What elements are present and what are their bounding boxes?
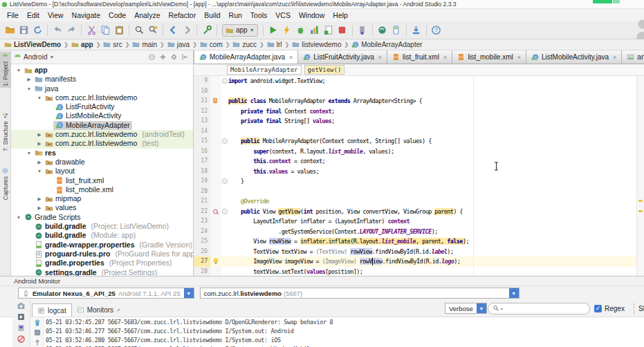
code-line[interactable]: 27 ImageView imageView = (ImageView) row… xyxy=(194,256,644,267)
code-line[interactable]: 26 TextView textView = (TextView) rowVie… xyxy=(194,247,644,257)
tree-item-list-mobile-xml[interactable]: list_mobile.xml xyxy=(11,185,193,194)
tree-item-list-fruit-xml[interactable]: list_fruit.xml xyxy=(11,176,193,185)
code-line[interactable]: 15− public MobileArrayAdapter(Context co… xyxy=(194,136,644,147)
process-dropdown[interactable]: com.zucc.lrl.listviewdemo (5667) ▼ xyxy=(200,288,519,299)
expander-open-icon[interactable]: ▼ xyxy=(15,66,22,75)
menu-tools[interactable]: Tools xyxy=(246,10,272,21)
code-line[interactable]: 21 @Override xyxy=(194,196,644,207)
code-line[interactable]: 28 textView.setText(values[position]); xyxy=(194,267,644,276)
tree-item-gradle-properties[interactable]: gradle.properties(Project Properties) xyxy=(11,259,193,268)
run-icon[interactable] xyxy=(266,24,280,37)
menu-view[interactable]: View xyxy=(44,10,68,21)
breadcrumb-item-com[interactable]: com xyxy=(199,41,224,48)
line-number[interactable]: 25 xyxy=(194,236,210,247)
menu-code[interactable]: Code xyxy=(104,10,130,21)
expander-open-icon[interactable]: ▼ xyxy=(26,149,33,158)
breadcrumb-item-listviewdemo[interactable]: listviewdemo xyxy=(291,41,342,48)
tool-strip----project[interactable]: 1: Project xyxy=(0,52,11,88)
paste-icon[interactable] xyxy=(112,24,126,37)
coverage-icon[interactable] xyxy=(322,24,335,37)
editor-tab-list-mobile-xml[interactable]: list_mobile.xml× xyxy=(452,50,526,64)
line-number[interactable]: 12 xyxy=(194,106,210,117)
tree-item-gradle-wrapper-properties[interactable]: gradle-wrapper.properties(Gradle Version… xyxy=(11,241,193,250)
code-line[interactable]: 22− public View getView(int position, Vi… xyxy=(194,207,644,217)
line-number[interactable]: 27 xyxy=(194,256,210,267)
breadcrumb-item-listviewdemo[interactable]: ListViewDemo xyxy=(3,41,62,48)
editor-tab-listfruitactivity-java[interactable]: CListFruitActivity.java× xyxy=(298,50,387,64)
expander-open-icon[interactable]: ▼ xyxy=(36,93,43,102)
code-line[interactable]: 18 this.values = values; xyxy=(194,167,644,177)
tree-item-listmobileactivity[interactable]: CListMobileActivity xyxy=(11,111,193,120)
replace-icon[interactable] xyxy=(146,24,160,37)
line-number[interactable]: 24 xyxy=(194,227,210,237)
log-level-dropdown[interactable]: Verbose▼ xyxy=(445,303,487,314)
profiler-icon[interactable] xyxy=(308,24,322,37)
menu-navigate[interactable]: Navigate xyxy=(68,10,104,21)
trash-icon[interactable] xyxy=(33,319,42,327)
code-line[interactable]: 11public class MobileArrayAdapter extend… xyxy=(194,96,644,106)
tree-item-java[interactable]: ▼java xyxy=(11,84,193,93)
code-line[interactable]: 23 LayoutInflater inflater = (LayoutInfl… xyxy=(194,216,644,227)
open-icon[interactable] xyxy=(3,24,17,37)
tree-item-build-gradle[interactable]: build.gradle(Module: app) xyxy=(11,231,193,240)
breadcrumb-item-main[interactable]: main xyxy=(131,41,158,48)
breadcrumb-item-lrl[interactable]: lrl xyxy=(266,41,284,48)
device-dropdown[interactable]: Emulator Nexus_6_API_25 Android 7.1.1, A… xyxy=(18,288,194,299)
editor-tab-android-logo-jpg[interactable]: android_logo.jpg× xyxy=(622,50,644,64)
expander-closed-icon[interactable]: ▶ xyxy=(36,194,43,203)
line-number[interactable]: 13 xyxy=(194,116,210,126)
redo-icon[interactable] xyxy=(64,24,78,37)
sdk-manager-icon[interactable] xyxy=(410,24,423,37)
line-number[interactable]: 23 xyxy=(194,216,210,227)
breadcrumb-item-app[interactable]: app xyxy=(70,41,95,48)
tool-strip-captures[interactable]: Captures xyxy=(0,167,11,202)
terminate-icon[interactable] xyxy=(17,335,26,344)
fold-icon[interactable]: − xyxy=(221,136,228,147)
search-input[interactable] xyxy=(504,305,573,312)
expander-closed-icon[interactable]: ▶ xyxy=(36,130,43,139)
camera-icon[interactable] xyxy=(17,301,26,310)
instant-run-icon[interactable] xyxy=(280,24,294,37)
breadcrumb-item-java[interactable]: java xyxy=(166,41,191,48)
record-icon[interactable] xyxy=(17,312,26,321)
menu-edit[interactable]: Edit xyxy=(23,10,44,21)
tree-item-res[interactable]: ▼res xyxy=(11,149,193,158)
close-icon[interactable]: × xyxy=(289,54,293,61)
close-icon[interactable]: × xyxy=(517,54,521,61)
code-line[interactable]: 14 xyxy=(194,126,644,137)
line-number[interactable]: 22 xyxy=(194,207,210,217)
regex-checkbox[interactable]: ✓ xyxy=(594,305,602,312)
logcat-search-field[interactable]: ▾ xyxy=(488,303,590,315)
tree-item-settings-gradle[interactable]: settings.gradle(Project Settings) xyxy=(11,268,193,276)
debug-icon[interactable] xyxy=(294,24,308,37)
sync-project-icon[interactable] xyxy=(376,24,389,37)
back-icon[interactable] xyxy=(166,24,180,37)
code-line[interactable]: 24 .getSystemService(Context.LAYOUT_INFL… xyxy=(194,227,644,237)
hide-icon[interactable] xyxy=(179,53,190,62)
editor-scrollbar[interactable] xyxy=(636,76,644,276)
expander-closed-icon[interactable]: ▶ xyxy=(36,158,43,167)
line-number[interactable]: 17 xyxy=(194,156,210,167)
tree-item-drawable[interactable]: ▶drawable xyxy=(11,158,193,167)
forward-icon[interactable] xyxy=(180,24,194,37)
override-icon[interactable] xyxy=(210,207,221,217)
file-icon[interactable] xyxy=(210,96,221,106)
tree-item-proguard-rules-pro[interactable]: proguard-rules.pro(ProGuard Rules for ap… xyxy=(11,250,193,259)
tree-item-manifests[interactable]: ▶manifests xyxy=(11,75,193,84)
tree-item-com-zucc-lrl-listviewdemo[interactable]: ▼com.zucc.lrl.listviewdemo xyxy=(11,93,193,102)
breadcrumb-chip-getview[interactable]: getView() xyxy=(304,65,345,75)
bulb-icon[interactable] xyxy=(210,256,221,267)
tree-item-layout[interactable]: ▼layout xyxy=(11,167,193,176)
tool-strip----structure[interactable]: 7: Structure xyxy=(0,111,11,153)
line-number[interactable]: 14 xyxy=(194,126,210,137)
fold-icon[interactable]: − xyxy=(221,207,228,217)
menu-run[interactable]: Run xyxy=(225,10,246,21)
line-number[interactable]: 26 xyxy=(194,247,210,257)
scroll-to-source-icon[interactable] xyxy=(157,53,168,62)
undo-icon[interactable] xyxy=(50,24,64,37)
code-line[interactable]: 9−import android.widget.TextView; xyxy=(194,76,644,86)
menu-help[interactable]: Help xyxy=(329,10,352,21)
close-icon[interactable]: × xyxy=(378,54,382,61)
breadcrumb-item-zucc[interactable]: zucc xyxy=(231,41,258,48)
code-line[interactable]: 17 this.context = context; xyxy=(194,156,644,167)
